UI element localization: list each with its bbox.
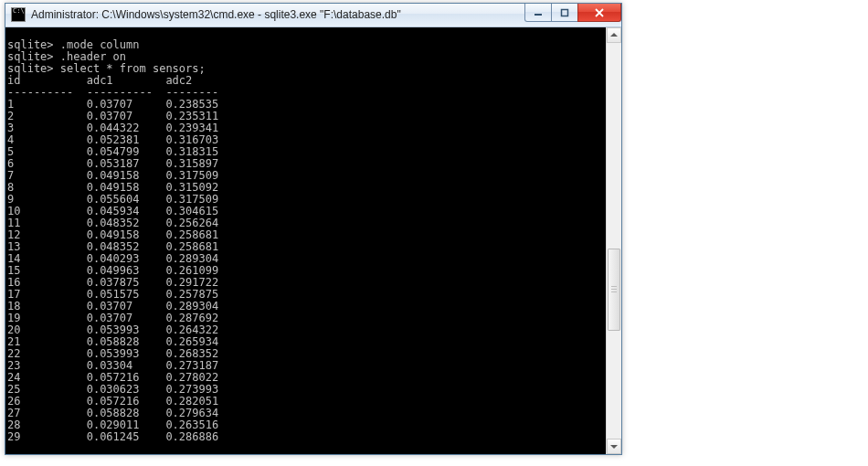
scroll-up-button[interactable] [607,27,621,43]
cmd-window: Administrator: C:\Windows\system32\cmd.e… [5,3,622,455]
close-button[interactable] [577,4,621,22]
window-title: Administrator: C:\Windows\system32\cmd.e… [31,8,401,21]
minimize-icon [534,8,543,17]
client-area: sqlite> .mode column sqlite> .header on … [5,27,621,454]
scroll-thumb[interactable] [608,249,620,331]
maximize-icon [560,8,569,17]
arrow-down-icon [610,445,618,449]
arrow-up-icon [610,33,618,37]
scroll-down-button[interactable] [607,439,621,454]
cmd-icon [11,7,26,22]
minimize-button[interactable] [524,4,552,22]
titlebar[interactable]: Administrator: C:\Windows\system32\cmd.e… [5,4,621,27]
scroll-track[interactable] [607,43,621,439]
close-icon [594,8,605,17]
maximize-button[interactable] [551,4,578,22]
svg-rect-0 [562,9,568,16]
vertical-scrollbar[interactable] [606,27,621,454]
window-controls [524,4,621,22]
terminal-output[interactable]: sqlite> .mode column sqlite> .header on … [5,38,606,443]
